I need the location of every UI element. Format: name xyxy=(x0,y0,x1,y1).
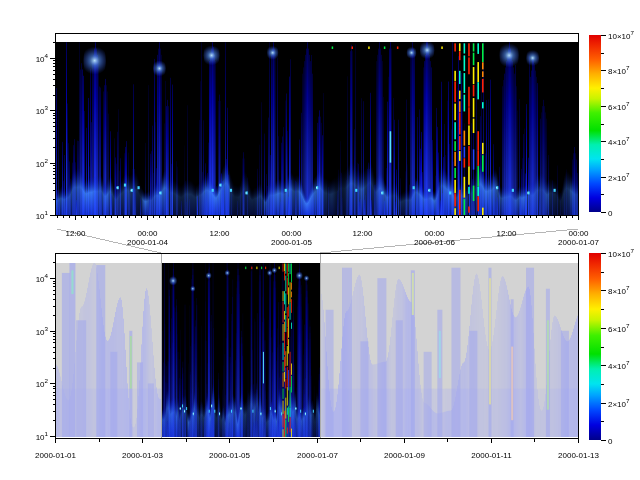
top-spectrogram-canvas xyxy=(55,42,578,215)
top-x-tick-label: 12:00 xyxy=(352,229,373,238)
bottom-x-tick-label: 2000-01-03 xyxy=(122,451,163,460)
colorbar-tick-label: 2×107 xyxy=(608,171,630,183)
bottom-spectrogram-canvas xyxy=(55,263,578,437)
colorbar-tick-label: 10×107 xyxy=(608,247,634,259)
colorbar-tick-label: 0 xyxy=(608,209,613,218)
bottom-x-tick-label: 2000-01-13 xyxy=(558,451,599,460)
top-x-tick-label: 12:00 xyxy=(209,229,230,238)
bottom-y-tick-label: 103 xyxy=(36,325,49,337)
colorbar-tick-label: 6×107 xyxy=(608,322,630,334)
top-x-date-label: 2000-01-05 xyxy=(271,238,312,247)
top-x-tick-label: 00:00 xyxy=(568,229,589,238)
colorbar-tick-label: 2×107 xyxy=(608,397,630,409)
colorbar-tick-label: 6×107 xyxy=(608,100,630,112)
bottom-y-tick-label: 101 xyxy=(36,430,49,442)
colorbar-top xyxy=(589,35,601,212)
colorbar-tick-label: 8×107 xyxy=(608,284,630,296)
top-y-tick-label: 104 xyxy=(36,52,49,64)
bottom-y-tick-label: 104 xyxy=(36,272,49,284)
colorbar-tick-label: 0 xyxy=(608,437,613,446)
colorbar-tick-label: 8×107 xyxy=(608,64,630,76)
colorbar-bottom xyxy=(589,253,601,440)
bottom-x-tick-label: 2000-01-09 xyxy=(384,451,425,460)
top-x-date-label: 2000-01-04 xyxy=(127,238,168,247)
top-x-tick-label: 12:00 xyxy=(496,229,517,238)
zoom-connector-line-right xyxy=(320,229,578,253)
top-y-tick-label: 102 xyxy=(36,157,49,169)
bottom-x-tick-label: 2000-01-07 xyxy=(297,451,338,460)
top-x-date-label: 2000-01-07 xyxy=(558,238,599,247)
colorbar-tick-label: 4×107 xyxy=(608,359,630,371)
top-x-tick-label: 00:00 xyxy=(424,229,445,238)
zoom-connector-line-left xyxy=(57,229,161,253)
spectrogram-figure: 12:0000:002000-01-0412:0000:002000-01-05… xyxy=(0,0,640,480)
bottom-x-tick-label: 2000-01-11 xyxy=(471,451,512,460)
colorbar-tick-label: 10×107 xyxy=(608,29,634,41)
top-x-tick-label: 12:00 xyxy=(65,229,86,238)
top-y-tick-label: 101 xyxy=(36,209,49,221)
bottom-x-tick-label: 2000-01-05 xyxy=(209,451,250,460)
top-x-date-label: 2000-01-06 xyxy=(414,238,455,247)
top-y-tick-label: 103 xyxy=(36,104,49,116)
top-x-tick-label: 00:00 xyxy=(137,229,158,238)
top-x-tick-label: 00:00 xyxy=(281,229,302,238)
bottom-y-tick-label: 102 xyxy=(36,377,49,389)
colorbar-tick-label: 4×107 xyxy=(608,135,630,147)
bottom-x-tick-label: 2000-01-01 xyxy=(35,451,76,460)
